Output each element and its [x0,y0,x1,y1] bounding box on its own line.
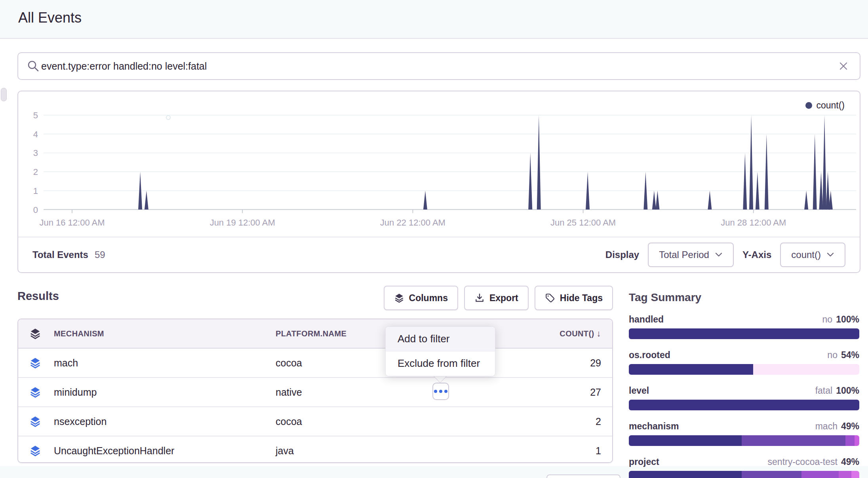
display-label: Display [605,249,639,260]
chart-spike[interactable] [749,115,753,210]
tag-list: handledno100%os.rootedno54%levelfatal100… [629,314,859,478]
tag-distribution-bar[interactable] [629,328,859,339]
tag-top-percent: 54% [841,350,859,360]
chart-spike[interactable] [708,191,712,210]
dot-icon [439,390,442,393]
tag-distribution-bar[interactable] [629,435,859,446]
chart-spike[interactable] [528,153,532,209]
menu-item-exclude-from-filter[interactable]: Exclude from filter [386,351,495,376]
row-events-icon[interactable] [18,357,54,369]
dot-icon [434,390,437,393]
chart-spike[interactable] [822,115,826,210]
menu-item-add-to-filter[interactable]: Add to filter [386,327,495,351]
row-events-icon[interactable] [18,386,54,398]
tag-bar-segment[interactable] [742,435,845,446]
svg-text:Jun 16 12:00 AM: Jun 16 12:00 AM [39,218,105,228]
tag-bar-segment[interactable] [855,435,859,446]
total-events-label: Total Events [32,249,88,260]
hide-tags-button-label: Hide Tags [560,293,603,303]
svg-text:Jun 19 12:00 AM: Jun 19 12:00 AM [210,218,275,228]
yaxis-dropdown[interactable]: count() [780,243,845,267]
tag-bar-segment[interactable] [629,328,859,339]
table-row[interactable]: machcocoa29 [18,349,612,378]
search-input[interactable]: event.type:error handled:no level:fatal [17,52,860,80]
tag-summary-entry: projectsentry-cocoa-test49% [629,457,859,478]
pagination-buttons[interactable] [546,474,621,478]
tag-distribution-bar[interactable] [629,364,859,375]
chart-spike[interactable] [652,191,656,210]
legend-series-label: count() [816,100,845,111]
tag-bar-segment[interactable] [801,471,838,478]
count-header-label: COUNT() [560,329,594,338]
clear-search-icon[interactable] [838,60,849,74]
table-header-layers-icon [18,328,54,340]
chart-spike[interactable] [655,191,659,210]
chart-spike[interactable] [537,115,541,210]
table-row[interactable]: minidumpnative27 [18,378,612,407]
tag-bar-segment[interactable] [851,471,859,478]
tag-bar-segment[interactable] [629,471,742,478]
chart-spike[interactable] [145,191,148,210]
tag-summary-entry: mechanismmach49% [629,421,859,446]
column-header-mechanism[interactable]: MECHANISM [54,329,276,338]
chart-spike[interactable] [423,191,427,210]
chart-legend[interactable]: count() [805,100,845,111]
yaxis-dropdown-value: count() [791,249,821,260]
tag-top-percent: 49% [841,457,859,467]
columns-button-label: Columns [409,293,448,303]
cell-mechanism: UncaughtExceptionHandler [54,445,276,457]
svg-text:5: 5 [33,110,38,120]
cell-platform-name: cocoa [276,416,462,427]
layers-icon [29,357,41,369]
page-title: All Events [18,9,82,26]
table-row[interactable]: UncaughtExceptionHandlerjava1 [18,436,612,463]
layers-icon [29,415,41,427]
export-button[interactable]: Export [464,286,529,310]
cell-count: 27 [462,387,612,398]
chart-spike[interactable] [804,191,808,210]
tag-bar-segment[interactable] [629,364,753,375]
tag-name: os.rooted [629,350,670,360]
tag-bar-segment[interactable] [839,471,851,478]
tag-top-value: no [827,350,838,360]
tag-summary-title: Tag Summary [629,291,859,304]
tag-bar-segment[interactable] [845,435,855,446]
display-dropdown[interactable]: Total Period [648,243,734,267]
events-spike-chart[interactable]: 012345Jun 16 12:00 AMJun 19 12:00 AMJun … [18,91,858,236]
row-events-icon[interactable] [18,445,54,457]
tag-name: handled [629,314,664,325]
sort-desc-icon: ↓ [597,328,601,338]
results-title: Results [17,290,59,303]
tag-name: level [629,385,649,396]
tag-distribution-bar[interactable] [629,471,859,478]
tag-summary-entry: levelfatal100% [629,385,859,410]
all-events-page: All Events event.type:error handled:no l… [0,0,868,478]
sidebar-drag-handle[interactable] [1,88,7,101]
table-header-row: MECHANISM PLATFORM.NAME COUNT()↓ [18,319,612,349]
row-events-icon[interactable] [18,415,54,427]
events-chart-card: 012345Jun 16 12:00 AMJun 19 12:00 AMJun … [17,91,860,273]
tag-top-value: fatal [815,385,832,396]
tag-summary-entry: os.rootedno54% [629,350,859,375]
cell-mechanism: nsexception [54,416,276,427]
cell-mechanism: mach [54,357,276,369]
search-query-text[interactable]: event.type:error handled:no level:fatal [41,61,860,72]
layers-icon [394,293,404,303]
tag-bar-segment[interactable] [629,435,742,446]
cell-context-menu: Add to filter Exclude from filter [385,326,495,376]
chart-spike[interactable] [743,153,747,209]
table-row[interactable]: nsexceptioncocoa2 [18,407,612,436]
tag-top-value: sentry-cocoa-test [768,457,838,467]
hide-tags-button[interactable]: Hide Tags [535,286,613,310]
tag-bar-segment[interactable] [629,400,859,410]
tag-bar-segment[interactable] [753,364,859,375]
cell-actions-button[interactable] [432,383,449,400]
svg-text:Jun 25 12:00 AM: Jun 25 12:00 AM [550,218,616,228]
svg-text:Jun 28 12:00 AM: Jun 28 12:00 AM [721,218,786,228]
table-body: machcocoa29minidumpnative27nsexceptionco… [18,349,612,463]
tag-name: mechanism [629,421,679,432]
columns-button[interactable]: Columns [384,286,458,310]
tag-distribution-bar[interactable] [629,400,859,410]
tag-bar-segment[interactable] [742,471,801,478]
cell-mechanism: minidump [54,387,276,398]
